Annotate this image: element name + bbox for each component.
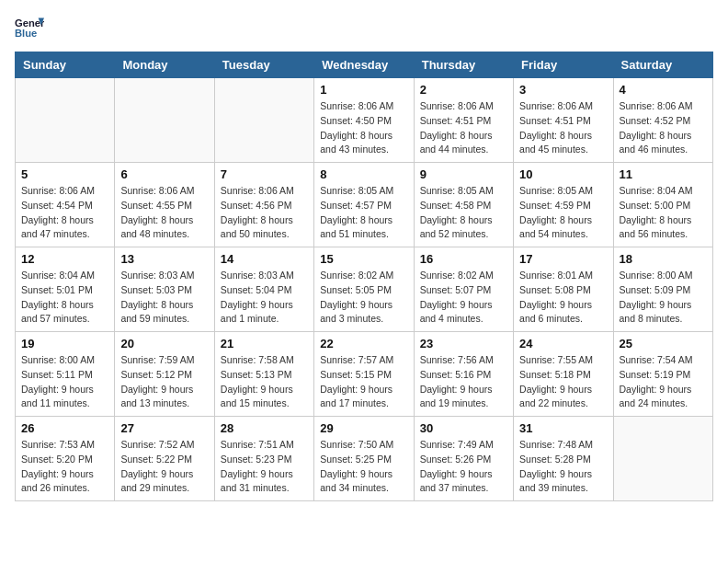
day-info: Sunrise: 8:06 AM Sunset: 4:51 PM Dayligh…: [519, 99, 607, 157]
day-number: 30: [420, 421, 507, 435]
calendar-cell: 23Sunrise: 7:56 AM Sunset: 5:16 PM Dayli…: [414, 332, 513, 417]
day-info: Sunrise: 7:59 AM Sunset: 5:12 PM Dayligh…: [120, 353, 208, 411]
day-number: 22: [320, 337, 407, 350]
logo: General Blue: [15, 15, 48, 40]
calendar-cell: 26Sunrise: 7:53 AM Sunset: 5:20 PM Dayli…: [16, 417, 115, 501]
day-number: 4: [620, 83, 707, 97]
day-info: Sunrise: 7:57 AM Sunset: 5:15 PM Dayligh…: [320, 353, 407, 411]
calendar-cell: 7Sunrise: 8:06 AM Sunset: 4:56 PM Daylig…: [214, 163, 313, 247]
day-number: 3: [519, 83, 607, 97]
calendar-cell: 6Sunrise: 8:06 AM Sunset: 4:55 PM Daylig…: [115, 163, 214, 247]
day-number: 18: [620, 252, 707, 266]
day-info: Sunrise: 8:05 AM Sunset: 4:58 PM Dayligh…: [420, 184, 507, 242]
calendar-cell: 30Sunrise: 7:49 AM Sunset: 5:26 PM Dayli…: [414, 417, 513, 501]
day-info: Sunrise: 7:51 AM Sunset: 5:23 PM Dayligh…: [221, 438, 308, 496]
calendar-cell: 18Sunrise: 8:00 AM Sunset: 5:09 PM Dayli…: [613, 247, 712, 332]
day-info: Sunrise: 8:02 AM Sunset: 5:07 PM Dayligh…: [420, 269, 507, 327]
day-number: 15: [320, 252, 407, 266]
calendar-cell: 3Sunrise: 8:06 AM Sunset: 4:51 PM Daylig…: [514, 78, 613, 163]
calendar-cell: 19Sunrise: 8:00 AM Sunset: 5:11 PM Dayli…: [16, 332, 115, 417]
calendar-cell: 20Sunrise: 7:59 AM Sunset: 5:12 PM Dayli…: [115, 332, 214, 417]
calendar-cell: 15Sunrise: 8:02 AM Sunset: 5:05 PM Dayli…: [314, 247, 414, 332]
day-info: Sunrise: 8:00 AM Sunset: 5:11 PM Dayligh…: [21, 353, 108, 411]
day-number: 24: [519, 337, 607, 350]
calendar-cell: 22Sunrise: 7:57 AM Sunset: 5:15 PM Dayli…: [314, 332, 414, 417]
logo-icon: General Blue: [15, 15, 44, 40]
calendar-cell: [16, 78, 115, 163]
day-number: 1: [320, 83, 407, 97]
day-number: 21: [221, 337, 308, 350]
day-number: 10: [519, 167, 607, 181]
calendar-cell: 13Sunrise: 8:03 AM Sunset: 5:03 PM Dayli…: [115, 247, 214, 332]
weekday-header-monday: Monday: [115, 52, 214, 78]
day-info: Sunrise: 8:04 AM Sunset: 5:00 PM Dayligh…: [620, 184, 707, 242]
day-info: Sunrise: 7:50 AM Sunset: 5:25 PM Dayligh…: [320, 438, 407, 496]
day-info: Sunrise: 8:03 AM Sunset: 5:04 PM Dayligh…: [221, 269, 308, 327]
day-number: 8: [320, 167, 407, 181]
calendar-cell: 14Sunrise: 8:03 AM Sunset: 5:04 PM Dayli…: [214, 247, 313, 332]
day-number: 6: [120, 167, 208, 181]
day-number: 31: [519, 421, 607, 435]
day-number: 17: [519, 252, 607, 266]
day-number: 28: [221, 421, 308, 435]
day-info: Sunrise: 8:06 AM Sunset: 4:51 PM Dayligh…: [420, 99, 507, 157]
calendar-table: SundayMondayTuesdayWednesdayThursdayFrid…: [15, 52, 713, 501]
day-info: Sunrise: 7:54 AM Sunset: 5:19 PM Dayligh…: [620, 353, 707, 411]
svg-text:Blue: Blue: [15, 28, 37, 39]
weekday-header-tuesday: Tuesday: [214, 52, 313, 78]
day-number: 23: [420, 337, 507, 350]
day-info: Sunrise: 7:49 AM Sunset: 5:26 PM Dayligh…: [420, 438, 507, 496]
weekday-header-sunday: Sunday: [16, 52, 115, 78]
day-number: 5: [21, 167, 108, 181]
day-info: Sunrise: 8:06 AM Sunset: 4:52 PM Dayligh…: [620, 99, 707, 157]
day-info: Sunrise: 8:01 AM Sunset: 5:08 PM Dayligh…: [519, 269, 607, 327]
day-info: Sunrise: 7:48 AM Sunset: 5:28 PM Dayligh…: [519, 438, 607, 496]
calendar-cell: 9Sunrise: 8:05 AM Sunset: 4:58 PM Daylig…: [414, 163, 513, 247]
day-number: 26: [21, 421, 108, 435]
day-number: 9: [420, 167, 507, 181]
weekday-header-thursday: Thursday: [414, 52, 513, 78]
day-number: 7: [221, 167, 308, 181]
calendar-cell: 8Sunrise: 8:05 AM Sunset: 4:57 PM Daylig…: [314, 163, 414, 247]
day-info: Sunrise: 8:04 AM Sunset: 5:01 PM Dayligh…: [21, 269, 108, 327]
day-info: Sunrise: 7:55 AM Sunset: 5:18 PM Dayligh…: [519, 353, 607, 411]
day-info: Sunrise: 8:03 AM Sunset: 5:03 PM Dayligh…: [120, 269, 208, 327]
day-info: Sunrise: 7:58 AM Sunset: 5:13 PM Dayligh…: [221, 353, 308, 411]
day-info: Sunrise: 8:05 AM Sunset: 4:57 PM Dayligh…: [320, 184, 407, 242]
day-info: Sunrise: 7:56 AM Sunset: 5:16 PM Dayligh…: [420, 353, 507, 411]
calendar-cell: 28Sunrise: 7:51 AM Sunset: 5:23 PM Dayli…: [214, 417, 313, 501]
day-info: Sunrise: 8:06 AM Sunset: 4:56 PM Dayligh…: [221, 184, 308, 242]
day-info: Sunrise: 7:52 AM Sunset: 5:22 PM Dayligh…: [120, 438, 208, 496]
page-header: General Blue: [15, 15, 713, 40]
calendar-cell: 4Sunrise: 8:06 AM Sunset: 4:52 PM Daylig…: [613, 78, 712, 163]
day-info: Sunrise: 8:06 AM Sunset: 4:54 PM Dayligh…: [21, 184, 108, 242]
weekday-header-wednesday: Wednesday: [314, 52, 414, 78]
calendar-cell: 31Sunrise: 7:48 AM Sunset: 5:28 PM Dayli…: [514, 417, 613, 501]
day-info: Sunrise: 7:53 AM Sunset: 5:20 PM Dayligh…: [21, 438, 108, 496]
calendar-cell: 2Sunrise: 8:06 AM Sunset: 4:51 PM Daylig…: [414, 78, 513, 163]
calendar-cell: [214, 78, 313, 163]
calendar-cell: 11Sunrise: 8:04 AM Sunset: 5:00 PM Dayli…: [613, 163, 712, 247]
calendar-cell: 17Sunrise: 8:01 AM Sunset: 5:08 PM Dayli…: [514, 247, 613, 332]
calendar-cell: [115, 78, 214, 163]
day-info: Sunrise: 8:06 AM Sunset: 4:55 PM Dayligh…: [120, 184, 208, 242]
day-number: 12: [21, 252, 108, 266]
day-number: 20: [120, 337, 208, 350]
day-number: 14: [221, 252, 308, 266]
day-number: 27: [120, 421, 208, 435]
day-number: 11: [620, 167, 707, 181]
calendar-cell: 5Sunrise: 8:06 AM Sunset: 4:54 PM Daylig…: [16, 163, 115, 247]
calendar-cell: 25Sunrise: 7:54 AM Sunset: 5:19 PM Dayli…: [613, 332, 712, 417]
calendar-cell: [613, 417, 712, 501]
weekday-header-saturday: Saturday: [613, 52, 712, 78]
day-number: 2: [420, 83, 507, 97]
day-info: Sunrise: 8:02 AM Sunset: 5:05 PM Dayligh…: [320, 269, 407, 327]
day-number: 16: [420, 252, 507, 266]
calendar-cell: 27Sunrise: 7:52 AM Sunset: 5:22 PM Dayli…: [115, 417, 214, 501]
calendar-cell: 1Sunrise: 8:06 AM Sunset: 4:50 PM Daylig…: [314, 78, 414, 163]
day-number: 13: [120, 252, 208, 266]
calendar-cell: 12Sunrise: 8:04 AM Sunset: 5:01 PM Dayli…: [16, 247, 115, 332]
calendar-cell: 16Sunrise: 8:02 AM Sunset: 5:07 PM Dayli…: [414, 247, 513, 332]
calendar-cell: 21Sunrise: 7:58 AM Sunset: 5:13 PM Dayli…: [214, 332, 313, 417]
calendar-cell: 10Sunrise: 8:05 AM Sunset: 4:59 PM Dayli…: [514, 163, 613, 247]
